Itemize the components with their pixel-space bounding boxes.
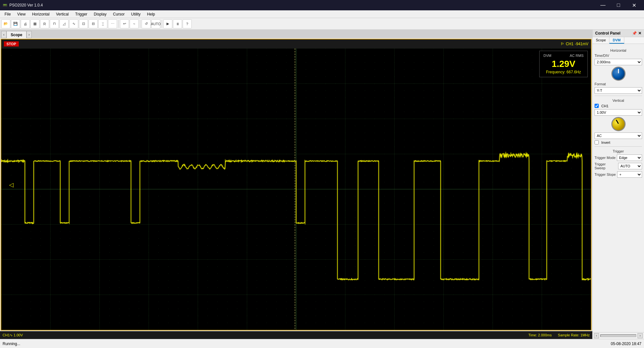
save-button[interactable]: 💾	[11, 19, 20, 28]
cp-title: Control Panel	[595, 31, 620, 36]
dvm-mode: AC RMS	[570, 54, 584, 58]
print-button[interactable]: 🖨	[21, 19, 30, 28]
invert-checkbox[interactable]	[595, 140, 599, 144]
open-button[interactable]: 📂	[1, 19, 10, 28]
ch1-flag: 🏳	[561, 42, 564, 46]
datetime: 05-08-2020 18:47	[611, 342, 641, 346]
cp-tab-dvm[interactable]: DVM	[609, 37, 624, 44]
trigger-mode-select[interactable]: Edge Pulse Video Slope	[617, 154, 642, 161]
horizontal-knob-indicator	[618, 69, 619, 73]
cursor-h-button[interactable]: ⊡	[79, 19, 88, 28]
cp-scrollbar: ‹ ›	[593, 332, 644, 339]
trigger-section-title: Trigger	[595, 149, 642, 153]
dvm-value: 1.29V	[543, 59, 584, 69]
trigger-sweep-select[interactable]: AUTO NORMAL SINGLE	[618, 163, 642, 169]
divider-1	[595, 96, 642, 96]
coupling-select[interactable]: AC DC GND	[595, 132, 642, 139]
scope-time-info: Time: 2.000ms Sample Rate: 1MHz	[528, 333, 590, 337]
cp-body: Horizontal Time/DIV 500us 1.000ms 2.000m…	[593, 44, 644, 332]
ch1-value: -941mV	[575, 42, 588, 46]
volts-div-row: 500mV 1.00V 2.00V 5.00V	[595, 109, 642, 116]
ch1-position-marker: ◁	[9, 181, 14, 188]
scope-panel: ‹ Scope › STOP 🏳 CH1 -941mV DVM AC RMS	[0, 30, 592, 339]
menu-item-utility[interactable]: Utility	[128, 10, 144, 18]
dvm-overlay: DVM AC RMS 1.29V Frequency: 667.6Hz	[539, 51, 588, 77]
stop-button[interactable]: STOP	[4, 41, 19, 47]
window-controls: — □ ✕	[596, 0, 641, 10]
tab-scope[interactable]: Scope	[6, 31, 27, 38]
cp-close-icon[interactable]: ✕	[638, 31, 641, 36]
invert-label: Invert	[601, 141, 610, 144]
trigger-slope-select[interactable]: + -	[617, 171, 642, 178]
cursor-v-button[interactable]: ⊟	[89, 19, 98, 28]
square-button[interactable]: ⊓	[50, 19, 59, 28]
trigger-mode-label: Trigger Mode	[595, 156, 616, 160]
vertical-knob[interactable]	[611, 117, 626, 131]
time-div-row: Time/DIV	[595, 54, 642, 58]
vertical-knob-container	[595, 117, 642, 131]
trigger-slope-label: Trigger Slope	[595, 173, 616, 176]
auto-button[interactable]: AUTO	[151, 19, 160, 28]
control-panel: Control Panel 📌 ✕ Scope DVM Horizontal T…	[592, 30, 644, 339]
help-button[interactable]: ?	[183, 19, 192, 28]
dvm-label: DVM	[543, 54, 551, 58]
time-div-select[interactable]: 500us 1.000ms 2.000ms 5.000ms 10.00ms	[595, 59, 642, 65]
cp-tab-scope[interactable]: Scope	[593, 37, 609, 44]
menu-item-cursor[interactable]: Cursor	[110, 10, 128, 18]
sample-rate: Sample Rate: 1MHz	[558, 333, 590, 337]
app-icon: 📟	[3, 3, 7, 7]
ref-button[interactable]: ~	[130, 19, 139, 28]
format-select[interactable]: Y-T X-Y Roll	[595, 87, 642, 94]
loop-button[interactable]: ↺	[142, 19, 151, 28]
time-div-select-row: 500us 1.000ms 2.000ms 5.000ms 10.00ms	[595, 59, 642, 65]
close-button[interactable]: ✕	[627, 0, 641, 10]
ch1-checkbox-row: CH1	[595, 104, 642, 108]
cp-header-buttons: 📌 ✕	[632, 31, 641, 36]
cp-scroll-right[interactable]: ›	[638, 333, 643, 338]
menu-item-horizontal[interactable]: Horizontal	[29, 10, 53, 18]
scope-bottom-bar: CH1∿ 1.00V Time: 2.000ms Sample Rate: 1M…	[0, 331, 592, 339]
toolbar: 📂💾🖨▦R⊓◿∿⊡⊟⌶⋯↩~↺AUTO▶⏸?	[0, 18, 644, 30]
stop-button[interactable]: ⏸	[173, 19, 182, 28]
scope-top-bar: STOP 🏳 CH1 -941mV	[1, 39, 591, 48]
tab-nav-right[interactable]: ›	[27, 31, 32, 38]
undo-button[interactable]: ↩	[120, 19, 129, 28]
horizontal-knob-container	[595, 67, 642, 81]
horizontal-knob[interactable]	[611, 67, 626, 81]
ch1-scale-info: CH1∿ 1.00V	[3, 333, 23, 337]
time-div-label: Time/DIV	[595, 54, 612, 58]
title-bar: 📟 PSO2020 Ver 1.0.4 — □ ✕	[0, 0, 644, 10]
vertical-section-title: Vertical	[595, 99, 642, 102]
cursor-t-button[interactable]: ⌶	[98, 19, 107, 28]
dvm-frequency: Frequency: 667.6Hz	[543, 70, 584, 74]
trigger-mode-row: Trigger Mode Edge Pulse Video Slope	[595, 154, 642, 161]
run-button[interactable]: ▶	[163, 19, 172, 28]
menu-item-vertical[interactable]: Vertical	[53, 10, 72, 18]
title-bar-left: 📟 PSO2020 Ver 1.0.4	[3, 3, 43, 7]
freq-button[interactable]: ▦	[30, 19, 39, 28]
menu-item-trigger[interactable]: Trigger	[72, 10, 91, 18]
maximize-button[interactable]: □	[611, 0, 626, 10]
cp-pin-icon[interactable]: 📌	[632, 31, 637, 36]
cp-scroll-left[interactable]: ‹	[594, 333, 599, 338]
volts-div-select[interactable]: 500mV 1.00V 2.00V 5.00V	[595, 109, 642, 116]
menu-item-file[interactable]: File	[1, 10, 14, 18]
divider-2	[595, 146, 642, 147]
dvm-title: DVM AC RMS	[543, 54, 584, 58]
menu-item-view[interactable]: View	[14, 10, 29, 18]
reset-button[interactable]: R	[40, 19, 49, 28]
dots-button[interactable]: ⋯	[108, 19, 117, 28]
menu-item-display[interactable]: Display	[91, 10, 110, 18]
ramp-button[interactable]: ◿	[59, 19, 69, 28]
minimize-button[interactable]: —	[596, 0, 610, 10]
time-info: Time: 2.000ms	[528, 333, 552, 337]
cp-scroll-track[interactable]	[600, 334, 636, 337]
arb-button[interactable]: ∿	[69, 19, 78, 28]
invert-row: Invert	[595, 140, 642, 144]
ch1-checkbox[interactable]	[595, 104, 599, 108]
format-label: Format	[595, 82, 612, 86]
menu-item-help[interactable]: Help	[144, 10, 158, 18]
scope-display: STOP 🏳 CH1 -941mV DVM AC RMS 1.29V Frequ…	[1, 39, 592, 331]
tab-nav-left[interactable]: ‹	[1, 31, 6, 38]
app-title: PSO2020 Ver 1.0.4	[9, 3, 43, 7]
